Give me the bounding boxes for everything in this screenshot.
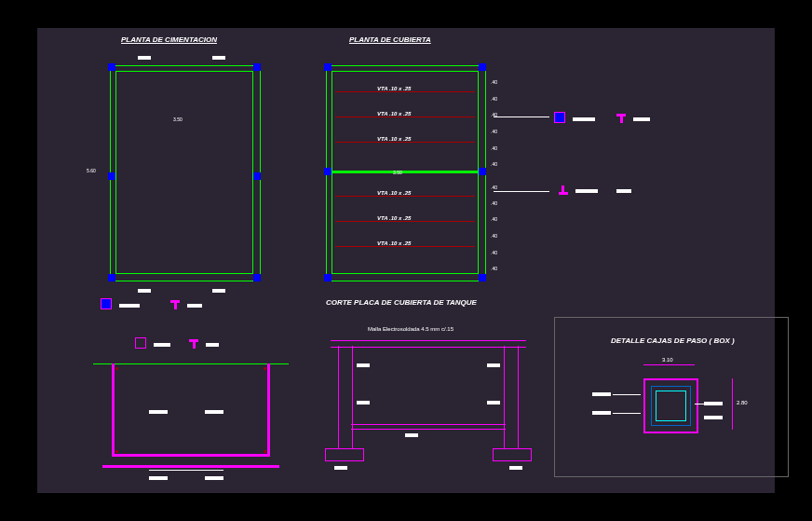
tee-symbol-icon <box>559 185 568 195</box>
title-cover: PLANTA DE CUBIERTA <box>349 35 431 44</box>
box-detail: DETALLE CAJAS DE PASO ( BOX ) 3.10 2.80 <box>554 317 789 477</box>
title-box: DETALLE CAJAS DE PASO ( BOX ) <box>611 336 735 345</box>
cover-plan: VTA .10 x .25 VTA .10 x .25 VTA .10 x .2… <box>326 65 484 280</box>
tank-cut: Malla Electrosoldada 4.5 mm c/.15 <box>321 317 535 485</box>
column-symbol-icon <box>101 298 112 309</box>
box-outline <box>643 378 698 433</box>
title-tankcut: CORTE PLACA DE CUBIERTA DE TANQUE <box>326 298 477 307</box>
leader-line <box>494 191 549 192</box>
dim-width: 3.10 <box>662 357 673 363</box>
dim-height: 2.80 <box>737 400 748 405</box>
tee-symbol-icon <box>170 300 180 309</box>
foundation-plan: 3.50 5.60 <box>110 65 259 280</box>
legend-foundation <box>101 296 202 313</box>
wall-section <box>93 345 289 485</box>
legend-vigueta <box>559 182 631 199</box>
tee-symbol-icon <box>616 114 626 123</box>
mesh-label: Malla Electrosoldada 4.5 mm c/.15 <box>368 326 453 332</box>
leader-line <box>494 117 549 117</box>
column-symbol-icon <box>554 112 565 123</box>
title-foundation: PLANTA DE CIMENTACION <box>121 35 217 44</box>
legend-column <box>554 110 650 127</box>
cad-canvas[interactable]: PLANTA DE CIMENTACION 3.50 5.60 PLANTA D… <box>37 28 775 493</box>
